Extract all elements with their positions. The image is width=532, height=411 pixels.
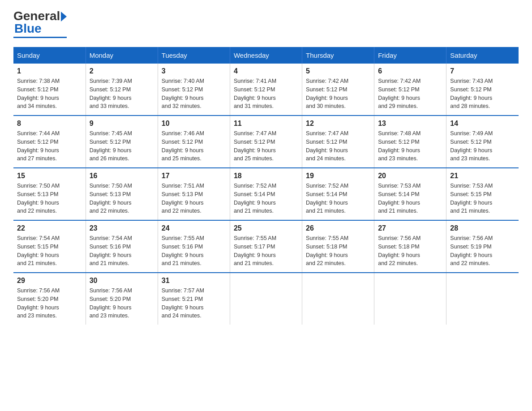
day-cell: 8Sunrise: 7:44 AMSunset: 5:12 PMDaylight… [13, 116, 86, 168]
header-col-monday: Monday [86, 47, 158, 64]
header-col-wednesday: Wednesday [230, 47, 302, 64]
day-number: 1 [17, 67, 82, 75]
day-number: 7 [450, 67, 515, 75]
day-cell: 13Sunrise: 7:48 AMSunset: 5:12 PMDayligh… [374, 116, 446, 168]
day-cell [446, 273, 519, 325]
day-cell: 5Sunrise: 7:42 AMSunset: 5:12 PMDaylight… [302, 64, 374, 116]
day-number: 2 [90, 67, 154, 75]
day-info: Sunrise: 7:44 AMSunset: 5:12 PMDaylight:… [17, 129, 82, 163]
day-info: Sunrise: 7:56 AMSunset: 5:18 PMDaylight:… [378, 234, 442, 268]
day-cell: 28Sunrise: 7:56 AMSunset: 5:19 PMDayligh… [446, 220, 519, 273]
day-info: Sunrise: 7:40 AMSunset: 5:12 PMDaylight:… [162, 77, 226, 111]
week-row-1: 1Sunrise: 7:38 AMSunset: 5:12 PMDaylight… [13, 64, 519, 116]
day-number: 10 [162, 120, 226, 128]
day-cell: 25Sunrise: 7:55 AMSunset: 5:17 PMDayligh… [230, 220, 302, 273]
header-col-friday: Friday [374, 47, 446, 64]
day-info: Sunrise: 7:54 AMSunset: 5:15 PMDaylight:… [17, 234, 82, 268]
header-col-tuesday: Tuesday [158, 47, 230, 64]
day-cell: 27Sunrise: 7:56 AMSunset: 5:18 PMDayligh… [374, 220, 446, 273]
day-cell: 6Sunrise: 7:42 AMSunset: 5:12 PMDaylight… [374, 64, 446, 116]
day-number: 27 [378, 224, 442, 232]
week-row-2: 8Sunrise: 7:44 AMSunset: 5:12 PMDaylight… [13, 116, 519, 168]
day-info: Sunrise: 7:49 AMSunset: 5:12 PMDaylight:… [450, 129, 515, 163]
page-header: General Blue [13, 9, 519, 38]
day-cell: 20Sunrise: 7:53 AMSunset: 5:14 PMDayligh… [374, 168, 446, 220]
day-cell: 11Sunrise: 7:47 AMSunset: 5:12 PMDayligh… [230, 116, 302, 168]
day-number: 21 [450, 172, 515, 180]
day-cell: 1Sunrise: 7:38 AMSunset: 5:12 PMDaylight… [13, 64, 86, 116]
header-col-thursday: Thursday [302, 47, 374, 64]
day-cell: 7Sunrise: 7:43 AMSunset: 5:12 PMDaylight… [446, 64, 519, 116]
logo-underline [13, 37, 67, 38]
day-info: Sunrise: 7:50 AMSunset: 5:13 PMDaylight:… [90, 182, 154, 215]
day-number: 9 [90, 120, 154, 128]
day-info: Sunrise: 7:39 AMSunset: 5:12 PMDaylight:… [90, 77, 154, 111]
day-number: 19 [306, 172, 370, 180]
day-number: 23 [90, 224, 154, 232]
day-info: Sunrise: 7:38 AMSunset: 5:12 PMDaylight:… [17, 77, 82, 111]
day-info: Sunrise: 7:54 AMSunset: 5:16 PMDaylight:… [90, 234, 154, 268]
day-number: 3 [162, 67, 226, 75]
day-number: 18 [234, 172, 298, 180]
day-number: 5 [306, 67, 370, 75]
day-cell: 19Sunrise: 7:52 AMSunset: 5:14 PMDayligh… [302, 168, 374, 220]
day-info: Sunrise: 7:53 AMSunset: 5:15 PMDaylight:… [450, 182, 515, 215]
day-number: 31 [162, 277, 226, 285]
day-cell: 29Sunrise: 7:56 AMSunset: 5:20 PMDayligh… [13, 273, 86, 325]
day-number: 12 [306, 120, 370, 128]
day-cell [374, 273, 446, 325]
day-cell: 26Sunrise: 7:55 AMSunset: 5:18 PMDayligh… [302, 220, 374, 273]
day-number: 30 [90, 277, 154, 285]
day-info: Sunrise: 7:47 AMSunset: 5:12 PMDaylight:… [306, 129, 370, 163]
day-cell [302, 273, 374, 325]
day-cell: 10Sunrise: 7:46 AMSunset: 5:12 PMDayligh… [158, 116, 230, 168]
day-number: 14 [450, 120, 515, 128]
day-cell: 15Sunrise: 7:50 AMSunset: 5:13 PMDayligh… [13, 168, 86, 220]
logo-triangle-icon [61, 12, 67, 21]
day-info: Sunrise: 7:46 AMSunset: 5:12 PMDaylight:… [162, 129, 226, 163]
day-cell: 21Sunrise: 7:53 AMSunset: 5:15 PMDayligh… [446, 168, 519, 220]
day-info: Sunrise: 7:55 AMSunset: 5:16 PMDaylight:… [162, 234, 226, 268]
day-info: Sunrise: 7:55 AMSunset: 5:18 PMDaylight:… [306, 234, 370, 268]
logo-blue-text: Blue [14, 21, 42, 36]
day-cell: 16Sunrise: 7:50 AMSunset: 5:13 PMDayligh… [86, 168, 158, 220]
header-col-sunday: Sunday [13, 47, 86, 64]
day-info: Sunrise: 7:56 AMSunset: 5:19 PMDaylight:… [450, 234, 515, 268]
day-number: 25 [234, 224, 298, 232]
day-cell: 17Sunrise: 7:51 AMSunset: 5:13 PMDayligh… [158, 168, 230, 220]
day-info: Sunrise: 7:48 AMSunset: 5:12 PMDaylight:… [378, 129, 442, 163]
day-number: 26 [306, 224, 370, 232]
day-cell: 12Sunrise: 7:47 AMSunset: 5:12 PMDayligh… [302, 116, 374, 168]
day-number: 20 [378, 172, 442, 180]
day-cell: 3Sunrise: 7:40 AMSunset: 5:12 PMDaylight… [158, 64, 230, 116]
day-info: Sunrise: 7:51 AMSunset: 5:13 PMDaylight:… [162, 182, 226, 215]
day-info: Sunrise: 7:55 AMSunset: 5:17 PMDaylight:… [234, 234, 298, 268]
day-info: Sunrise: 7:53 AMSunset: 5:14 PMDaylight:… [378, 182, 442, 215]
calendar-body: 1Sunrise: 7:38 AMSunset: 5:12 PMDaylight… [13, 64, 519, 325]
day-info: Sunrise: 7:56 AMSunset: 5:20 PMDaylight:… [17, 287, 82, 320]
day-cell [230, 273, 302, 325]
day-number: 15 [17, 172, 82, 180]
day-info: Sunrise: 7:45 AMSunset: 5:12 PMDaylight:… [90, 129, 154, 163]
week-row-5: 29Sunrise: 7:56 AMSunset: 5:20 PMDayligh… [13, 273, 519, 325]
day-info: Sunrise: 7:42 AMSunset: 5:12 PMDaylight:… [378, 77, 442, 111]
day-cell: 22Sunrise: 7:54 AMSunset: 5:15 PMDayligh… [13, 220, 86, 273]
day-number: 17 [162, 172, 226, 180]
day-info: Sunrise: 7:52 AMSunset: 5:14 PMDaylight:… [234, 182, 298, 215]
day-cell: 9Sunrise: 7:45 AMSunset: 5:12 PMDaylight… [86, 116, 158, 168]
day-cell: 23Sunrise: 7:54 AMSunset: 5:16 PMDayligh… [86, 220, 158, 273]
week-row-4: 22Sunrise: 7:54 AMSunset: 5:15 PMDayligh… [13, 220, 519, 273]
day-info: Sunrise: 7:42 AMSunset: 5:12 PMDaylight:… [306, 77, 370, 111]
day-info: Sunrise: 7:41 AMSunset: 5:12 PMDaylight:… [234, 77, 298, 111]
logo: General Blue [13, 9, 67, 38]
day-number: 24 [162, 224, 226, 232]
day-info: Sunrise: 7:56 AMSunset: 5:20 PMDaylight:… [90, 287, 154, 320]
day-info: Sunrise: 7:47 AMSunset: 5:12 PMDaylight:… [234, 129, 298, 163]
day-number: 4 [234, 67, 298, 75]
week-row-3: 15Sunrise: 7:50 AMSunset: 5:13 PMDayligh… [13, 168, 519, 220]
day-number: 8 [17, 120, 82, 128]
day-number: 6 [378, 67, 442, 75]
header-col-saturday: Saturday [446, 47, 519, 64]
day-number: 28 [450, 224, 515, 232]
day-info: Sunrise: 7:43 AMSunset: 5:12 PMDaylight:… [450, 77, 515, 111]
